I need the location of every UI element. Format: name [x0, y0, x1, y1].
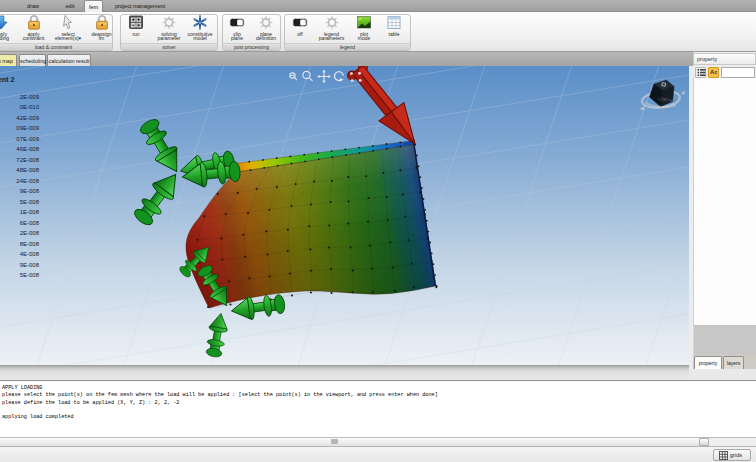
svg-text:46E-008: 46E-008	[16, 146, 39, 152]
svg-text:8E-008: 8E-008	[20, 241, 40, 247]
svg-text:07E-009: 07E-009	[16, 136, 39, 142]
svg-text:24E-008: 24E-008	[16, 178, 39, 184]
svg-text:4E-008: 4E-008	[20, 251, 40, 257]
svg-text:9E-008: 9E-008	[20, 188, 40, 194]
svg-text:2E-009: 2E-009	[20, 94, 40, 100]
svg-text:5E-008: 5E-008	[20, 199, 40, 205]
svg-text:9E-008: 9E-008	[20, 262, 40, 268]
svg-text:m: m	[660, 108, 664, 114]
svg-text:5E-008: 5E-008	[20, 272, 40, 278]
svg-text:0E-010: 0E-010	[20, 104, 40, 110]
svg-text:48E-008: 48E-008	[16, 167, 39, 173]
svg-text:09E-009: 09E-009	[16, 125, 39, 131]
svg-text:1E-008: 1E-008	[20, 209, 40, 215]
svg-text:2E-008: 2E-008	[20, 230, 40, 236]
svg-text:42E-009: 42E-009	[16, 115, 39, 121]
svg-text:72E-008: 72E-008	[16, 157, 39, 163]
svg-text:ent 2: ent 2	[0, 76, 14, 83]
svg-text:6E-008: 6E-008	[20, 220, 40, 226]
